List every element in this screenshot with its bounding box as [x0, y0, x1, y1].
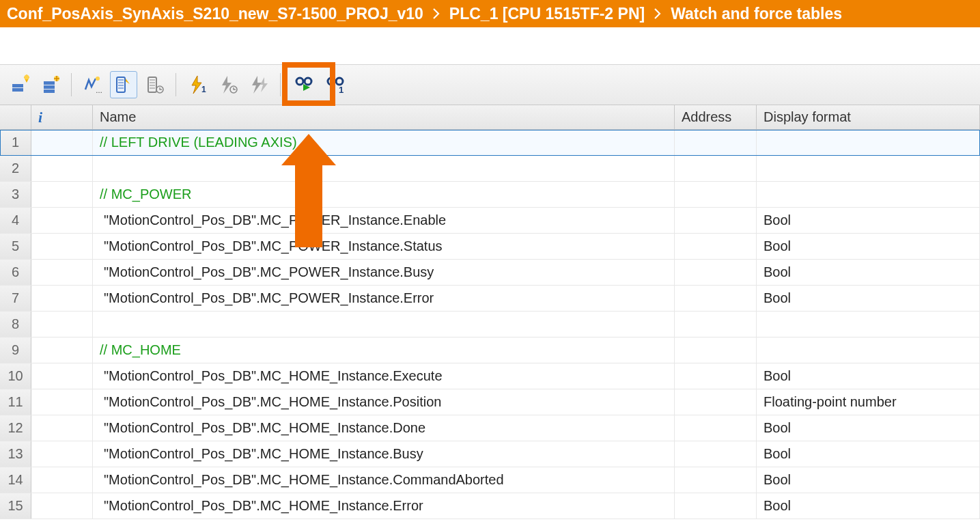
row-address[interactable]	[675, 415, 757, 441]
table-row[interactable]: 2	[0, 156, 980, 182]
table-row[interactable]: 10"MotionControl_Pos_DB".MC_HOME_Instanc…	[0, 363, 980, 389]
table-row[interactable]: 9// MC_HOME	[0, 337, 980, 363]
table-row[interactable]: 14"MotionControl_Pos_DB".MC_HOME_Instanc…	[0, 467, 980, 493]
table-row[interactable]: 6"MotionControl_Pos_DB".MC_POWER_Instanc…	[0, 260, 980, 286]
row-address[interactable]	[675, 363, 757, 389]
row-number[interactable]: 13	[0, 441, 31, 467]
row-address[interactable]	[675, 441, 757, 467]
table-row[interactable]: 4"MotionControl_Pos_DB".MC_POWER_Instanc…	[0, 208, 980, 234]
row-display-format[interactable]: Bool	[757, 286, 980, 311]
row-display-format[interactable]	[757, 312, 980, 337]
row-variable-name[interactable]: "MotionControl_Pos_DB".MC_HOME_Instance.…	[93, 493, 675, 519]
add-row-button[interactable]	[37, 71, 64, 98]
row-variable-name[interactable]: "MotionControl_Pos_DB".MC_HOME_Instance.…	[93, 363, 675, 389]
row-display-format[interactable]: Bool	[757, 493, 980, 519]
modify-with-trigger-button[interactable]	[141, 71, 169, 98]
table-row[interactable]: 13"MotionControl_Pos_DB".MC_HOME_Instanc…	[0, 441, 980, 467]
table-row[interactable]: 5"MotionControl_Pos_DB".MC_POWER_Instanc…	[0, 234, 980, 260]
row-variable-name[interactable]: "MotionControl_Pos_DB".MC_HOME_Instance.…	[93, 467, 675, 493]
row-display-format[interactable]: Bool	[757, 415, 980, 441]
svg-rect-11	[117, 77, 125, 92]
svg-point-16	[296, 78, 303, 85]
row-number[interactable]: 15	[0, 493, 31, 519]
row-comment[interactable]: // MC_POWER	[93, 182, 675, 207]
breadcrumb-project[interactable]: Conf_PosAxis_SynAxis_S210_new_S7-1500_PR…	[7, 5, 423, 23]
row-address[interactable]	[675, 182, 757, 207]
row-address[interactable]	[675, 156, 757, 181]
row-address[interactable]	[675, 260, 757, 285]
row-address[interactable]	[675, 493, 757, 519]
header-info[interactable]: i	[31, 105, 93, 129]
row-display-format[interactable]	[757, 130, 980, 155]
row-address[interactable]	[675, 208, 757, 233]
row-number[interactable]: 2	[0, 156, 31, 181]
row-variable-name[interactable]	[93, 156, 675, 181]
row-address[interactable]	[675, 389, 757, 415]
table-row[interactable]: 11"MotionControl_Pos_DB".MC_HOME_Instanc…	[0, 389, 980, 415]
row-number[interactable]: 12	[0, 415, 31, 441]
row-number[interactable]: 14	[0, 467, 31, 493]
row-variable-name[interactable]: "MotionControl_Pos_DB".MC_HOME_Instance.…	[93, 441, 675, 467]
table-row[interactable]: 7"MotionControl_Pos_DB".MC_POWER_Instanc…	[0, 286, 980, 312]
table-row[interactable]: 12"MotionControl_Pos_DB".MC_HOME_Instanc…	[0, 415, 980, 441]
row-display-format[interactable]	[757, 337, 980, 363]
table-row[interactable]: 3// MC_POWER	[0, 182, 980, 208]
row-number[interactable]: 5	[0, 234, 31, 259]
breadcrumb-plc[interactable]: PLC_1 [CPU 1515TF-2 PN]	[449, 5, 645, 23]
row-number[interactable]: 4	[0, 208, 31, 233]
header-address[interactable]: Address	[675, 105, 757, 129]
modify-now-button[interactable]	[110, 71, 137, 98]
row-variable-name[interactable]: "MotionControl_Pos_DB".MC_POWER_Instance…	[93, 208, 675, 233]
monitor-all-button[interactable]	[290, 71, 318, 98]
row-display-format[interactable]	[757, 156, 980, 181]
row-variable-name[interactable]: "MotionControl_Pos_DB".MC_HOME_Instance.…	[93, 389, 675, 415]
row-display-format[interactable]: Bool	[757, 363, 980, 389]
row-display-format[interactable]: Bool	[757, 441, 980, 467]
row-number[interactable]: 9	[0, 337, 31, 363]
row-address[interactable]	[675, 312, 757, 337]
row-display-format[interactable]: Bool	[757, 260, 980, 285]
row-number[interactable]: 6	[0, 260, 31, 285]
row-number[interactable]: 1	[0, 130, 31, 155]
monitor-once-button[interactable]: 1	[322, 71, 349, 98]
flash-multi-button[interactable]	[246, 71, 273, 98]
row-address[interactable]	[675, 467, 757, 493]
header-display-label: Display format	[764, 109, 851, 125]
table-row[interactable]: 1// LEFT DRIVE (LEADING AXIS)	[0, 130, 980, 156]
table-row[interactable]: 8	[0, 312, 980, 337]
separator	[71, 73, 72, 96]
row-comment[interactable]: // LEFT DRIVE (LEADING AXIS)	[93, 130, 675, 155]
row-variable-name[interactable]: "MotionControl_Pos_DB".MC_HOME_Instance.…	[93, 415, 675, 441]
insert-row-button[interactable]	[5, 71, 33, 98]
row-variable-name[interactable]: "MotionControl_Pos_DB".MC_POWER_Instance…	[93, 234, 675, 259]
header-name[interactable]: Name	[93, 105, 675, 129]
flash-trigger-button[interactable]	[214, 71, 242, 98]
row-variable-name[interactable]	[93, 312, 675, 337]
row-address[interactable]	[675, 286, 757, 311]
row-address[interactable]	[675, 337, 757, 363]
row-number[interactable]: 10	[0, 363, 31, 389]
row-variable-name[interactable]: "MotionControl_Pos_DB".MC_POWER_Instance…	[93, 260, 675, 285]
row-number[interactable]: 3	[0, 182, 31, 207]
row-number[interactable]: 8	[0, 312, 31, 337]
row-display-format[interactable]: Bool	[757, 467, 980, 493]
row-info	[31, 312, 93, 337]
svg-point-19	[328, 78, 335, 85]
row-address[interactable]	[675, 130, 757, 155]
row-variable-name[interactable]: "MotionControl_Pos_DB".MC_POWER_Instance…	[93, 286, 675, 311]
row-number[interactable]: 11	[0, 389, 31, 415]
row-comment[interactable]: // MC_HOME	[93, 337, 675, 363]
row-info	[31, 234, 93, 259]
flash-once-button[interactable]: 1	[183, 71, 210, 98]
table-row[interactable]: 15"MotionControl_Pos_DB".MC_HOME_Instanc…	[0, 493, 980, 519]
row-info	[31, 286, 93, 311]
row-address[interactable]	[675, 234, 757, 259]
header-display-format[interactable]: Display format	[757, 105, 980, 129]
modify-now-extended-button[interactable]: …	[79, 71, 106, 98]
row-display-format[interactable]: Floating-point number	[757, 389, 980, 415]
row-number[interactable]: 7	[0, 286, 31, 311]
row-display-format[interactable]: Bool	[757, 234, 980, 259]
row-display-format[interactable]	[757, 182, 980, 207]
breadcrumb-section[interactable]: Watch and force tables	[671, 5, 842, 23]
row-display-format[interactable]: Bool	[757, 208, 980, 233]
